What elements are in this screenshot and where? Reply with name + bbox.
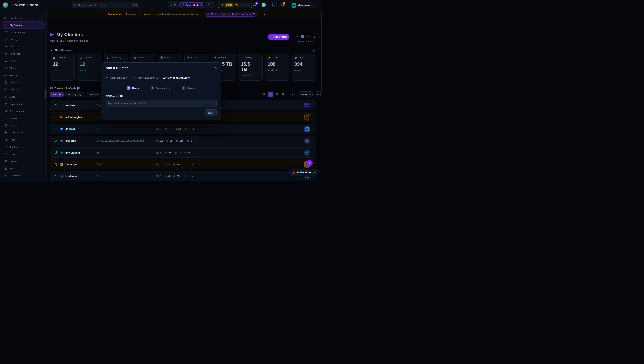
- cluster-row-gke-staging[interactable]: gke-staging-6487816: [50, 147, 316, 158]
- bug-report-button[interactable]: 1: [253, 3, 257, 7]
- sidebar-item-label: Data Compli...: [10, 103, 25, 105]
- banner-close-icon[interactable]: [264, 13, 266, 16]
- grid-view-button[interactable]: [261, 92, 267, 97]
- global-search[interactable]: ⌘ K: [72, 2, 139, 8]
- row-refresh-icon[interactable]: [184, 163, 186, 166]
- circuit-icon: [4, 167, 7, 170]
- filter-all-label: All: [174, 4, 176, 7]
- next-button[interactable]: Next: [205, 110, 216, 116]
- add-cluster-fab[interactable]: [306, 160, 312, 166]
- search-input[interactable]: [78, 4, 131, 7]
- demo-usage-pill[interactable]: Demo 0%: [218, 2, 252, 8]
- sidebar-item-llm-d-bench[interactable]: llm-d Bench...: [2, 143, 44, 150]
- sidebar-item-cluster-admin[interactable]: Cluster Admin: [2, 29, 44, 36]
- sidebar-item-ci-cd[interactable]: CI/CD: [2, 57, 44, 65]
- columns-view-button[interactable]: [281, 92, 286, 97]
- stat-card-pods: Pods994running: [292, 54, 316, 81]
- sidebar-item-cost[interactable]: Cost: [2, 93, 44, 100]
- sidebar-item-operators[interactable]: Operators: [2, 172, 44, 179]
- row-refresh-icon[interactable]: [196, 140, 198, 142]
- sidebar-item-gitops[interactable]: GitOps: [2, 122, 44, 129]
- sidebar-collapse-button[interactable]: [39, 16, 43, 20]
- theme-toggle-button[interactable]: [271, 3, 275, 7]
- row-refresh-icon[interactable]: [185, 128, 188, 130]
- user-menu[interactable]: demo-user: [290, 2, 317, 9]
- sidebar-item-partial[interactable]: [2, 179, 44, 182]
- filter-all-button[interactable]: All: [168, 2, 178, 8]
- sort-select[interactable]: Name: [298, 91, 312, 97]
- notifications-button[interactable]: 3: [280, 3, 284, 7]
- sidebar-scrollbar[interactable]: [45, 90, 46, 98]
- sidebar-item-my-clusters[interactable]: My Clusters: [2, 22, 44, 29]
- check-icon: [302, 36, 304, 38]
- search-icon: [74, 4, 76, 7]
- auto-refresh-checkbox[interactable]: Auto: [301, 35, 310, 38]
- sidebar-item-compute[interactable]: Compute: [2, 86, 44, 93]
- cluster-row-k3s-edge[interactable]: k3s-edge-3628: [50, 159, 316, 169]
- modal-tab-import-kubeconfig[interactable]: Import Kubeconfig: [132, 73, 158, 82]
- demo-mode-button[interactable]: Demo Mode: [179, 2, 204, 8]
- api-server-url-input[interactable]: [106, 100, 216, 107]
- list-view-button[interactable]: [268, 92, 273, 97]
- row-refresh-icon[interactable]: [184, 175, 186, 178]
- row-chevron-right-icon[interactable]: [191, 175, 194, 177]
- sidebar-item-ai-ml[interactable]: AI/ML: [2, 43, 44, 50]
- stat-value: 15.5 TB: [241, 62, 254, 72]
- globe-icon: [96, 140, 99, 142]
- sidebar-item-alerts[interactable]: Alerts: [2, 65, 44, 72]
- cluster-endpoint: ABC123.gr7.us-east-1.eks.amazonaws.com: [96, 140, 144, 142]
- cluster-row-do-nyc1[interactable]: do-nyc1-31234: [50, 124, 316, 134]
- sidebar-item-dashboard[interactable]: Dashboard: [2, 14, 44, 22]
- sidebar-item-nodes[interactable]: Nodes: [2, 165, 44, 172]
- cluster-row-stats: 6487816: [156, 151, 205, 154]
- cluster-info-cards-toggle[interactable]: Cluster Info Cards (12): [50, 87, 86, 90]
- filter-pill-all-12[interactable]: All (12): [50, 92, 64, 97]
- quick-actions-button[interactable]: [205, 2, 215, 8]
- sort-direction-button[interactable]: [315, 91, 320, 97]
- sidebar-item-ai-agents[interactable]: AI Agents: [2, 50, 44, 57]
- stats-settings-button[interactable]: [312, 49, 315, 52]
- stats-overview-toggle[interactable]: Stats Overview: [50, 49, 76, 52]
- sidebar-item-label: Deploy: [10, 38, 17, 41]
- row-chevron-right-icon[interactable]: [204, 140, 206, 142]
- row-chevron-right-icon[interactable]: [202, 151, 205, 154]
- cube-icon: [102, 13, 106, 16]
- add-cluster-button[interactable]: Add Cluster: [268, 34, 289, 40]
- sidebar-item-deployments[interactable]: Deployments: [2, 108, 44, 115]
- sidebar-item-label: Nodes: [10, 167, 17, 170]
- page-scrollbar[interactable]: [321, 12, 322, 92]
- auto-label: Auto: [305, 35, 310, 38]
- sidebar-item-logs[interactable]: Logs: [2, 150, 44, 158]
- sphere-button[interactable]: [262, 3, 266, 7]
- modal-tab-command-line[interactable]: Command Line: [106, 73, 128, 82]
- stat-nodes: 3: [156, 163, 161, 166]
- sidebar-item-helm[interactable]: Helm: [2, 136, 44, 143]
- app-root: KubeStellar Console ⌘ K All Demo Mode De…: [0, 0, 322, 182]
- modal-close-icon[interactable]: [214, 66, 217, 69]
- table-view-button[interactable]: [274, 92, 280, 97]
- sidebar-item-data-compli[interactable]: Data Compli...: [2, 100, 44, 108]
- cluster-row-eks-prod[interactable]: Keks-prodABC123.gr7.us-east-1.eks.amazon…: [50, 136, 316, 146]
- cluster-row-kind-local[interactable]: kind-local-1415: [50, 171, 316, 181]
- usage-label: Demo: [225, 4, 234, 7]
- healthy-check-icon: [55, 127, 58, 130]
- globe-icon: [4, 160, 7, 163]
- sidebar-item-arcade[interactable]: Arcade: [2, 72, 44, 79]
- sidebar-item-compliance[interactable]: Compliance: [2, 79, 44, 86]
- sidebar-item-events[interactable]: Events: [2, 115, 44, 122]
- banner-cta-button[interactable]: Want your own local KubeStellar Console?: [204, 12, 257, 17]
- refresh-button[interactable]: [313, 35, 316, 38]
- row-chevron-right-icon[interactable]: [191, 163, 194, 166]
- pin-checkbox[interactable]: Pin: [292, 35, 299, 38]
- row-chevron-right-icon[interactable]: [192, 128, 195, 130]
- modal-tab-connect-manually[interactable]: Connect Manually: [163, 73, 190, 82]
- sidebar-item-gpu-reserv[interactable]: GPU Reserv...: [2, 129, 44, 136]
- sidebar-item-network[interactable]: Network: [2, 158, 44, 165]
- ai-missions-button[interactable]: AI Missions: [289, 169, 318, 176]
- svg-text:K: K: [61, 140, 62, 142]
- sidebar-item-deploy[interactable]: Deploy: [2, 36, 44, 43]
- filter-pill-healthy-12[interactable]: Healthy (12): [65, 92, 84, 97]
- row-refresh-icon[interactable]: [195, 151, 197, 154]
- cluster-endpoint: -: [96, 163, 101, 166]
- view-controls: Sort: Name: [261, 91, 320, 97]
